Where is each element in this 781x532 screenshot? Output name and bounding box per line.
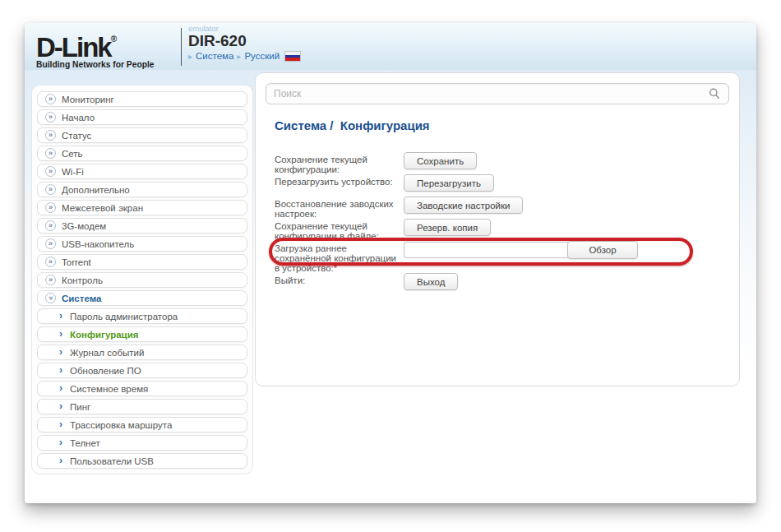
form-row-factory-reset: Восстановление заводских настроек: Завод… xyxy=(275,197,729,219)
sidebar-item[interactable]: Журнал событий xyxy=(37,345,247,360)
sidebar-item-label: Контроль xyxy=(62,275,103,285)
breadcrumb: ▸ Система ▸ Русский xyxy=(188,51,300,61)
form-row-backup: Сохранение текущей конфигурации в файле:… xyxy=(275,219,729,241)
sidebar-item[interactable]: USB-накопитель xyxy=(37,236,247,252)
menu-arrow-icon xyxy=(45,275,56,285)
sidebar-item-label: USB-накопитель xyxy=(62,239,134,249)
sidebar-item[interactable]: Конфигурация xyxy=(37,326,247,342)
menu-arrow-icon xyxy=(57,383,65,394)
config-file-input[interactable] xyxy=(404,242,568,258)
sidebar-item[interactable]: Межсетевой экран xyxy=(37,200,247,215)
content-panel: Система / Конфигурация Сохранение текуще… xyxy=(255,72,740,386)
sidebar-item[interactable]: 3G-модем xyxy=(37,218,247,234)
router-admin-page: D-Link® Building Networks for People emu… xyxy=(25,23,756,503)
required-asterisk: * xyxy=(334,263,337,273)
sidebar-item[interactable]: Телнет xyxy=(37,435,247,451)
sidebar-item-label: Системное время xyxy=(70,384,148,394)
logo-text: D-Link® xyxy=(36,27,174,60)
field-label: Сохранение текущей конфигурации: xyxy=(275,152,404,174)
save-button[interactable]: Сохранить xyxy=(404,152,477,169)
language-link[interactable]: Русский xyxy=(244,51,280,61)
registered-mark: ® xyxy=(111,35,117,44)
sidebar-item[interactable]: Пользователи USB xyxy=(37,453,247,469)
breadcrumb-section-link[interactable]: Система xyxy=(196,51,233,61)
sidebar-item-label: Межсетевой экран xyxy=(62,203,143,213)
sidebar-item[interactable]: Пинг xyxy=(37,399,247,414)
menu-arrow-icon xyxy=(45,220,56,231)
menu-arrow-icon xyxy=(57,419,65,430)
menu-arrow-icon xyxy=(57,401,65,412)
sidebar-item-label: Пинг xyxy=(70,402,90,412)
sidebar-item[interactable]: Начало xyxy=(37,109,247,125)
logo-tagline: Building Networks for People xyxy=(36,60,174,69)
sidebar-item-label: Пароль администратора xyxy=(70,312,178,322)
sidebar-item[interactable]: Контроль xyxy=(37,272,247,288)
menu-arrow-icon xyxy=(45,166,56,177)
header: D-Link® Building Networks for People emu… xyxy=(25,23,756,70)
sidebar-item[interactable]: Система xyxy=(37,290,247,306)
sidebar-item-label: Torrent xyxy=(62,257,91,267)
field-label: Восстановление заводских настроек: xyxy=(275,197,404,219)
search-icon xyxy=(708,87,721,100)
sidebar-item-label: Пользователи USB xyxy=(70,456,154,466)
model-name: DIR-620 xyxy=(188,33,300,49)
menu-arrow-icon xyxy=(45,94,56,104)
menu-arrow-icon xyxy=(45,238,56,249)
menu-arrow-icon xyxy=(45,184,56,195)
field-label: Выйти: xyxy=(275,273,404,295)
sidebar-item-label: Система xyxy=(62,294,101,303)
sidebar-item-label: Конфигурация xyxy=(70,330,138,340)
menu-arrow-icon xyxy=(45,257,56,267)
sidebar-item-label: Телнет xyxy=(70,438,100,448)
page-title: Система / Конфигурация xyxy=(275,118,729,132)
browse-button[interactable]: Обзор xyxy=(567,241,638,259)
sidebar-item[interactable]: Мониторинг xyxy=(37,91,247,107)
sidebar-item[interactable]: Статус xyxy=(37,127,247,143)
form-row-reboot: Перезагрузить устройство: Перезагрузить xyxy=(275,174,729,197)
sidebar-item-label: Сеть xyxy=(62,149,83,159)
menu-arrow-icon xyxy=(57,347,65,358)
form-row-logout: Выйти: Выход xyxy=(275,273,729,295)
sidebar-item[interactable]: Сеть xyxy=(37,146,247,161)
dlink-logo: D-Link® Building Networks for People xyxy=(36,27,174,69)
sidebar-item[interactable]: Пароль администратора xyxy=(37,308,247,324)
sidebar-item-label: Обновление ПО xyxy=(70,366,141,376)
sidebar-menu: Мониторинг Начало Статус Сеть Wi-Fi xyxy=(31,85,253,474)
menu-arrow-icon xyxy=(45,148,56,159)
search-input[interactable] xyxy=(274,88,708,99)
sidebar-item[interactable]: Дополнительно xyxy=(37,182,247,197)
file-upload-combo: Обзор xyxy=(404,241,638,259)
form-row-upload-config: Загрузка раннее сохранённой конфигурации… xyxy=(275,241,729,273)
sidebar-item-label: Wi-Fi xyxy=(62,167,84,177)
sidebar-item-label: Статус xyxy=(62,131,91,141)
reboot-button[interactable]: Перезагрузить xyxy=(404,174,494,192)
sidebar-item[interactable]: Wi-Fi xyxy=(37,164,247,179)
field-label: Загрузка раннее сохранённой конфигурации… xyxy=(275,241,404,273)
menu-arrow-icon xyxy=(57,456,65,466)
menu-arrow-icon xyxy=(57,365,65,376)
field-label: Сохранение текущей конфигурации в файле: xyxy=(275,219,404,241)
sidebar-item-label: Мониторинг xyxy=(62,95,114,104)
sidebar-item-label: Трассировка маршрута xyxy=(70,420,172,430)
menu-arrow-icon xyxy=(45,293,56,303)
sidebar-item-label: Начало xyxy=(62,113,95,123)
russia-flag-icon[interactable] xyxy=(285,52,300,61)
logout-button[interactable]: Выход xyxy=(404,273,458,290)
factory-reset-button[interactable]: Заводские настройки xyxy=(404,197,523,214)
sidebar-item-label: Дополнительно xyxy=(62,185,130,195)
sidebar-item[interactable]: Системное время xyxy=(37,381,247,396)
breadcrumb-arrow-icon: ▸ xyxy=(188,52,192,61)
sidebar-item-label: 3G-модем xyxy=(62,221,106,231)
menu-arrow-icon xyxy=(57,311,65,322)
sidebar-item[interactable]: Torrent xyxy=(37,254,247,270)
sidebar-item-label: Журнал событий xyxy=(70,348,144,358)
sidebar-item[interactable]: Обновление ПО xyxy=(37,363,247,378)
menu-arrow-icon xyxy=(45,202,56,213)
sidebar-item[interactable]: Трассировка маршрута xyxy=(37,417,247,433)
menu-arrow-icon xyxy=(45,112,56,123)
config-form: Сохранение текущей конфигурации: Сохрани… xyxy=(275,152,729,295)
field-label: Перезагрузить устройство: xyxy=(275,174,404,197)
backup-button[interactable]: Резерв. копия xyxy=(404,219,491,236)
form-row-save-config: Сохранение текущей конфигурации: Сохрани… xyxy=(275,152,729,174)
header-divider xyxy=(181,28,182,66)
